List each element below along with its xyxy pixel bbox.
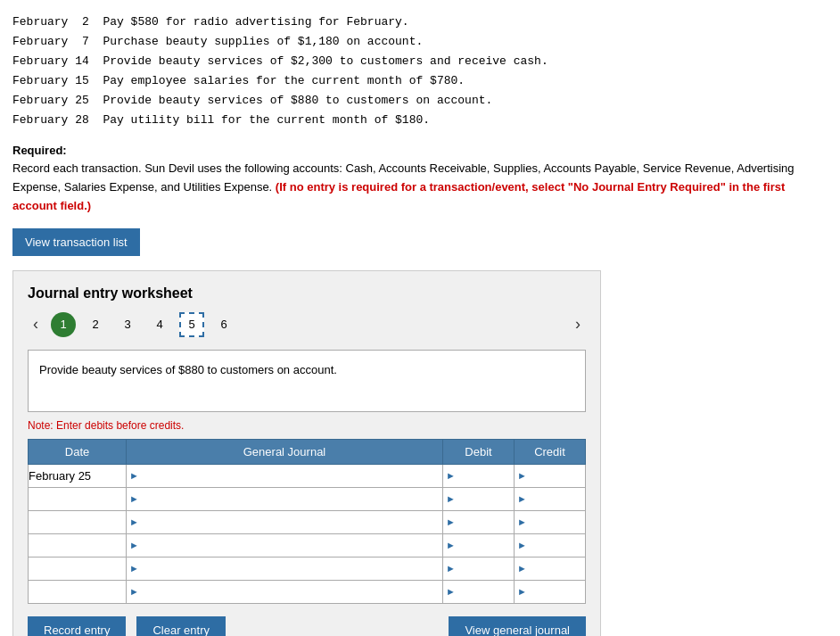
table-row: ► ► ► xyxy=(29,510,586,533)
credit-cell-5[interactable]: ► xyxy=(515,557,586,580)
debit-arrow-2: ► xyxy=(443,493,458,504)
date-cell-1: February 25 xyxy=(29,464,127,487)
journal-arrow-3: ► xyxy=(127,516,142,527)
credit-cell-2[interactable]: ► xyxy=(515,487,586,510)
debit-input-5[interactable] xyxy=(458,560,514,577)
clear-entry-button[interactable]: Clear entry xyxy=(136,616,226,636)
date-cell-2 xyxy=(29,487,127,510)
credit-arrow-1: ► xyxy=(515,470,530,481)
worksheet-title: Journal entry worksheet xyxy=(28,285,586,301)
debit-input-3[interactable] xyxy=(458,514,514,531)
page-1-button[interactable]: 1 xyxy=(51,312,76,337)
table-row: ► ► ► xyxy=(29,533,586,557)
credit-cell-4[interactable]: ► xyxy=(515,533,586,557)
journal-table: Date General Journal Debit Credit Februa… xyxy=(28,439,586,604)
transaction-line-4: February 15 Pay employee salaries for th… xyxy=(12,74,465,87)
journal-arrow-4: ► xyxy=(127,540,142,550)
transaction-line-2: February 7 Purchase beauty supplies of $… xyxy=(12,35,423,48)
date-cell-4 xyxy=(29,533,127,557)
debit-cell-4[interactable]: ► xyxy=(443,533,515,557)
credit-input-4[interactable] xyxy=(530,537,585,554)
table-row: ► ► ► xyxy=(29,487,586,510)
note-text: Note: Enter debits before credits. xyxy=(28,419,586,432)
debit-cell-2[interactable]: ► xyxy=(443,487,515,510)
journal-arrow-6: ► xyxy=(127,586,142,597)
credit-input-6[interactable] xyxy=(530,583,585,600)
debit-cell-1[interactable]: ► xyxy=(443,464,515,487)
table-row: ► ► ► xyxy=(29,557,586,580)
transaction-line-5: February 25 Provide beauty services of $… xyxy=(12,94,492,107)
journal-cell-2[interactable]: ► xyxy=(127,487,443,510)
debit-arrow-5: ► xyxy=(443,563,458,574)
page-2-button[interactable]: 2 xyxy=(83,312,108,337)
journal-input-4[interactable] xyxy=(142,537,442,554)
credit-arrow-2: ► xyxy=(515,493,530,504)
required-section: Required: Record each transaction. Sun D… xyxy=(12,142,828,216)
credit-input-2[interactable] xyxy=(530,491,585,508)
credit-arrow-4: ► xyxy=(515,540,530,550)
date-cell-6 xyxy=(29,580,127,603)
required-label: Required: xyxy=(12,144,67,157)
debit-arrow-1: ► xyxy=(443,470,458,481)
credit-input-5[interactable] xyxy=(530,560,585,577)
view-general-journal-button[interactable]: View general journal xyxy=(449,616,586,636)
col-header-date: Date xyxy=(29,439,127,464)
page-6-button[interactable]: 6 xyxy=(211,312,236,337)
debit-input-2[interactable] xyxy=(458,491,514,508)
journal-cell-1[interactable]: ► xyxy=(127,464,443,487)
credit-arrow-3: ► xyxy=(515,516,530,527)
journal-cell-6[interactable]: ► xyxy=(127,580,443,603)
debit-cell-5[interactable]: ► xyxy=(443,557,515,580)
credit-cell-3[interactable]: ► xyxy=(515,510,586,533)
journal-arrow-5: ► xyxy=(127,563,142,574)
transaction-line-3: February 14 Provide beauty services of $… xyxy=(12,54,548,68)
table-row: ► ► ► xyxy=(29,580,586,603)
table-row: February 25 ► ► ► xyxy=(29,464,586,487)
prev-page-button[interactable]: ‹ xyxy=(28,313,44,335)
journal-arrow-1: ► xyxy=(127,470,142,481)
journal-cell-3[interactable]: ► xyxy=(127,510,443,533)
transaction-line-1: February 2 Pay $580 for radio advertisin… xyxy=(12,15,409,29)
transaction-line-6: February 28 Pay utility bill for the cur… xyxy=(12,113,430,127)
record-entry-button[interactable]: Record entry xyxy=(28,616,126,636)
credit-cell-6[interactable]: ► xyxy=(515,580,586,603)
debit-input-4[interactable] xyxy=(458,537,514,554)
journal-arrow-2: ► xyxy=(127,493,142,504)
debit-cell-6[interactable]: ► xyxy=(443,580,515,603)
date-cell-5 xyxy=(29,557,127,580)
page-5-button[interactable]: 5 xyxy=(179,312,204,337)
journal-input-5[interactable] xyxy=(142,560,442,577)
col-header-credit: Credit xyxy=(515,439,586,464)
pagination: ‹ 1 2 3 4 5 6 › xyxy=(28,312,586,337)
view-transaction-button[interactable]: View transaction list xyxy=(12,228,140,256)
debit-cell-3[interactable]: ► xyxy=(443,510,515,533)
debit-input-1[interactable] xyxy=(458,467,514,484)
journal-cell-4[interactable]: ► xyxy=(127,533,443,557)
description-box: Provide beauty services of $880 to custo… xyxy=(28,350,586,412)
page-3-button[interactable]: 3 xyxy=(115,312,140,337)
worksheet-container: Journal entry worksheet ‹ 1 2 3 4 5 6 › … xyxy=(12,270,601,636)
journal-input-3[interactable] xyxy=(142,514,442,531)
credit-arrow-5: ► xyxy=(515,563,530,574)
credit-arrow-6: ► xyxy=(515,586,530,597)
date-cell-3 xyxy=(29,510,127,533)
credit-input-1[interactable] xyxy=(530,467,585,484)
bottom-buttons: Record entry Clear entry View general jo… xyxy=(28,616,586,636)
col-header-journal: General Journal xyxy=(127,439,443,464)
debit-arrow-6: ► xyxy=(443,586,458,597)
credit-input-3[interactable] xyxy=(530,514,585,531)
page-4-button[interactable]: 4 xyxy=(147,312,172,337)
journal-cell-5[interactable]: ► xyxy=(127,557,443,580)
debit-input-6[interactable] xyxy=(458,583,514,600)
debit-arrow-3: ► xyxy=(443,516,458,527)
journal-input-6[interactable] xyxy=(142,583,442,600)
transactions-list: February 2 Pay $580 for radio advertisin… xyxy=(12,12,828,131)
col-header-debit: Debit xyxy=(443,439,515,464)
debit-arrow-4: ► xyxy=(443,540,458,550)
next-page-button[interactable]: › xyxy=(570,313,586,335)
journal-input-1[interactable] xyxy=(142,467,442,484)
credit-cell-1[interactable]: ► xyxy=(515,464,586,487)
journal-input-2[interactable] xyxy=(142,491,442,508)
description-text: Provide beauty services of $880 to custo… xyxy=(39,363,337,376)
